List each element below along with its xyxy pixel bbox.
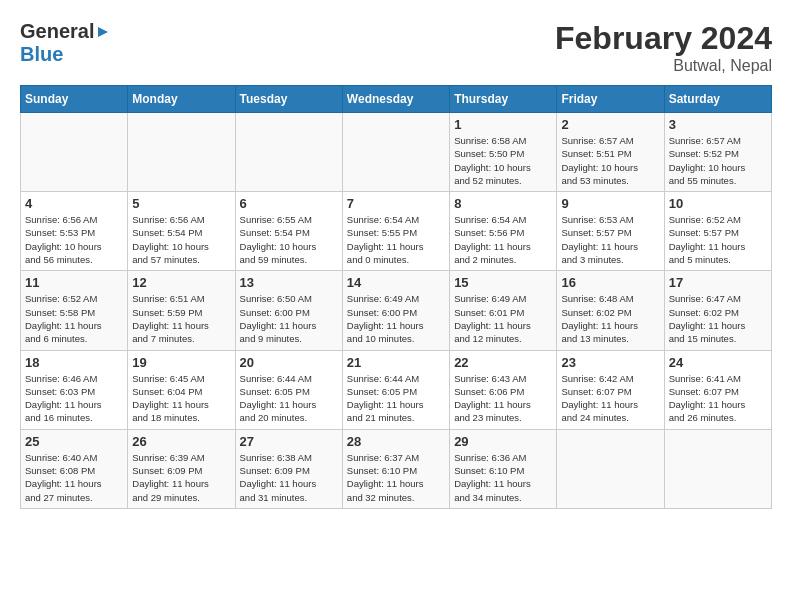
- table-row: 18Sunrise: 6:46 AM Sunset: 6:03 PM Dayli…: [21, 350, 128, 429]
- table-row: 23Sunrise: 6:42 AM Sunset: 6:07 PM Dayli…: [557, 350, 664, 429]
- calendar-week-row: 18Sunrise: 6:46 AM Sunset: 6:03 PM Dayli…: [21, 350, 772, 429]
- day-number: 9: [561, 196, 659, 211]
- calendar-table: Sunday Monday Tuesday Wednesday Thursday…: [20, 85, 772, 509]
- table-row: [21, 113, 128, 192]
- day-number: 11: [25, 275, 123, 290]
- table-row: 10Sunrise: 6:52 AM Sunset: 5:57 PM Dayli…: [664, 192, 771, 271]
- day-info: Sunrise: 6:38 AM Sunset: 6:09 PM Dayligh…: [240, 451, 338, 504]
- day-number: 28: [347, 434, 445, 449]
- logo: General Blue: [20, 20, 110, 66]
- col-friday: Friday: [557, 86, 664, 113]
- table-row: 29Sunrise: 6:36 AM Sunset: 6:10 PM Dayli…: [450, 429, 557, 508]
- day-number: 10: [669, 196, 767, 211]
- day-info: Sunrise: 6:56 AM Sunset: 5:53 PM Dayligh…: [25, 213, 123, 266]
- table-row: 17Sunrise: 6:47 AM Sunset: 6:02 PM Dayli…: [664, 271, 771, 350]
- day-info: Sunrise: 6:50 AM Sunset: 6:00 PM Dayligh…: [240, 292, 338, 345]
- day-number: 6: [240, 196, 338, 211]
- day-info: Sunrise: 6:53 AM Sunset: 5:57 PM Dayligh…: [561, 213, 659, 266]
- svg-marker-0: [98, 27, 108, 37]
- table-row: 25Sunrise: 6:40 AM Sunset: 6:08 PM Dayli…: [21, 429, 128, 508]
- table-row: [128, 113, 235, 192]
- day-info: Sunrise: 6:49 AM Sunset: 6:01 PM Dayligh…: [454, 292, 552, 345]
- day-info: Sunrise: 6:52 AM Sunset: 5:58 PM Dayligh…: [25, 292, 123, 345]
- day-number: 23: [561, 355, 659, 370]
- day-number: 29: [454, 434, 552, 449]
- calendar-week-row: 25Sunrise: 6:40 AM Sunset: 6:08 PM Dayli…: [21, 429, 772, 508]
- col-thursday: Thursday: [450, 86, 557, 113]
- day-info: Sunrise: 6:48 AM Sunset: 6:02 PM Dayligh…: [561, 292, 659, 345]
- day-number: 27: [240, 434, 338, 449]
- calendar-week-row: 11Sunrise: 6:52 AM Sunset: 5:58 PM Dayli…: [21, 271, 772, 350]
- table-row: [557, 429, 664, 508]
- table-row: 4Sunrise: 6:56 AM Sunset: 5:53 PM Daylig…: [21, 192, 128, 271]
- table-row: 26Sunrise: 6:39 AM Sunset: 6:09 PM Dayli…: [128, 429, 235, 508]
- table-row: 13Sunrise: 6:50 AM Sunset: 6:00 PM Dayli…: [235, 271, 342, 350]
- col-sunday: Sunday: [21, 86, 128, 113]
- day-number: 26: [132, 434, 230, 449]
- day-number: 5: [132, 196, 230, 211]
- table-row: [664, 429, 771, 508]
- day-info: Sunrise: 6:58 AM Sunset: 5:50 PM Dayligh…: [454, 134, 552, 187]
- logo-text: General Blue: [20, 20, 110, 66]
- day-number: 16: [561, 275, 659, 290]
- table-row: 8Sunrise: 6:54 AM Sunset: 5:56 PM Daylig…: [450, 192, 557, 271]
- page-subtitle: Butwal, Nepal: [555, 57, 772, 75]
- day-info: Sunrise: 6:44 AM Sunset: 6:05 PM Dayligh…: [240, 372, 338, 425]
- day-number: 4: [25, 196, 123, 211]
- day-number: 7: [347, 196, 445, 211]
- page-header: General Blue February 2024 Butwal, Nepal: [20, 20, 772, 75]
- day-number: 12: [132, 275, 230, 290]
- table-row: 22Sunrise: 6:43 AM Sunset: 6:06 PM Dayli…: [450, 350, 557, 429]
- day-info: Sunrise: 6:43 AM Sunset: 6:06 PM Dayligh…: [454, 372, 552, 425]
- day-number: 19: [132, 355, 230, 370]
- day-info: Sunrise: 6:52 AM Sunset: 5:57 PM Dayligh…: [669, 213, 767, 266]
- day-info: Sunrise: 6:46 AM Sunset: 6:03 PM Dayligh…: [25, 372, 123, 425]
- day-number: 25: [25, 434, 123, 449]
- day-number: 20: [240, 355, 338, 370]
- col-wednesday: Wednesday: [342, 86, 449, 113]
- table-row: 6Sunrise: 6:55 AM Sunset: 5:54 PM Daylig…: [235, 192, 342, 271]
- day-number: 3: [669, 117, 767, 132]
- day-info: Sunrise: 6:37 AM Sunset: 6:10 PM Dayligh…: [347, 451, 445, 504]
- table-row: 12Sunrise: 6:51 AM Sunset: 5:59 PM Dayli…: [128, 271, 235, 350]
- table-row: 9Sunrise: 6:53 AM Sunset: 5:57 PM Daylig…: [557, 192, 664, 271]
- day-info: Sunrise: 6:39 AM Sunset: 6:09 PM Dayligh…: [132, 451, 230, 504]
- table-row: 24Sunrise: 6:41 AM Sunset: 6:07 PM Dayli…: [664, 350, 771, 429]
- day-info: Sunrise: 6:57 AM Sunset: 5:51 PM Dayligh…: [561, 134, 659, 187]
- day-info: Sunrise: 6:45 AM Sunset: 6:04 PM Dayligh…: [132, 372, 230, 425]
- table-row: 5Sunrise: 6:56 AM Sunset: 5:54 PM Daylig…: [128, 192, 235, 271]
- logo-arrow-icon: [96, 25, 110, 39]
- day-info: Sunrise: 6:57 AM Sunset: 5:52 PM Dayligh…: [669, 134, 767, 187]
- table-row: 2Sunrise: 6:57 AM Sunset: 5:51 PM Daylig…: [557, 113, 664, 192]
- table-row: [342, 113, 449, 192]
- day-info: Sunrise: 6:55 AM Sunset: 5:54 PM Dayligh…: [240, 213, 338, 266]
- day-number: 2: [561, 117, 659, 132]
- table-row: 19Sunrise: 6:45 AM Sunset: 6:04 PM Dayli…: [128, 350, 235, 429]
- day-number: 15: [454, 275, 552, 290]
- day-number: 21: [347, 355, 445, 370]
- title-section: February 2024 Butwal, Nepal: [555, 20, 772, 75]
- day-number: 8: [454, 196, 552, 211]
- day-number: 22: [454, 355, 552, 370]
- day-number: 24: [669, 355, 767, 370]
- table-row: [235, 113, 342, 192]
- table-row: 28Sunrise: 6:37 AM Sunset: 6:10 PM Dayli…: [342, 429, 449, 508]
- day-info: Sunrise: 6:41 AM Sunset: 6:07 PM Dayligh…: [669, 372, 767, 425]
- table-row: 27Sunrise: 6:38 AM Sunset: 6:09 PM Dayli…: [235, 429, 342, 508]
- day-number: 1: [454, 117, 552, 132]
- table-row: 20Sunrise: 6:44 AM Sunset: 6:05 PM Dayli…: [235, 350, 342, 429]
- col-tuesday: Tuesday: [235, 86, 342, 113]
- table-row: 3Sunrise: 6:57 AM Sunset: 5:52 PM Daylig…: [664, 113, 771, 192]
- day-info: Sunrise: 6:54 AM Sunset: 5:56 PM Dayligh…: [454, 213, 552, 266]
- table-row: 14Sunrise: 6:49 AM Sunset: 6:00 PM Dayli…: [342, 271, 449, 350]
- day-info: Sunrise: 6:54 AM Sunset: 5:55 PM Dayligh…: [347, 213, 445, 266]
- day-number: 17: [669, 275, 767, 290]
- col-saturday: Saturday: [664, 86, 771, 113]
- table-row: 7Sunrise: 6:54 AM Sunset: 5:55 PM Daylig…: [342, 192, 449, 271]
- day-info: Sunrise: 6:51 AM Sunset: 5:59 PM Dayligh…: [132, 292, 230, 345]
- day-number: 13: [240, 275, 338, 290]
- table-row: 15Sunrise: 6:49 AM Sunset: 6:01 PM Dayli…: [450, 271, 557, 350]
- day-info: Sunrise: 6:47 AM Sunset: 6:02 PM Dayligh…: [669, 292, 767, 345]
- day-info: Sunrise: 6:36 AM Sunset: 6:10 PM Dayligh…: [454, 451, 552, 504]
- table-row: 1Sunrise: 6:58 AM Sunset: 5:50 PM Daylig…: [450, 113, 557, 192]
